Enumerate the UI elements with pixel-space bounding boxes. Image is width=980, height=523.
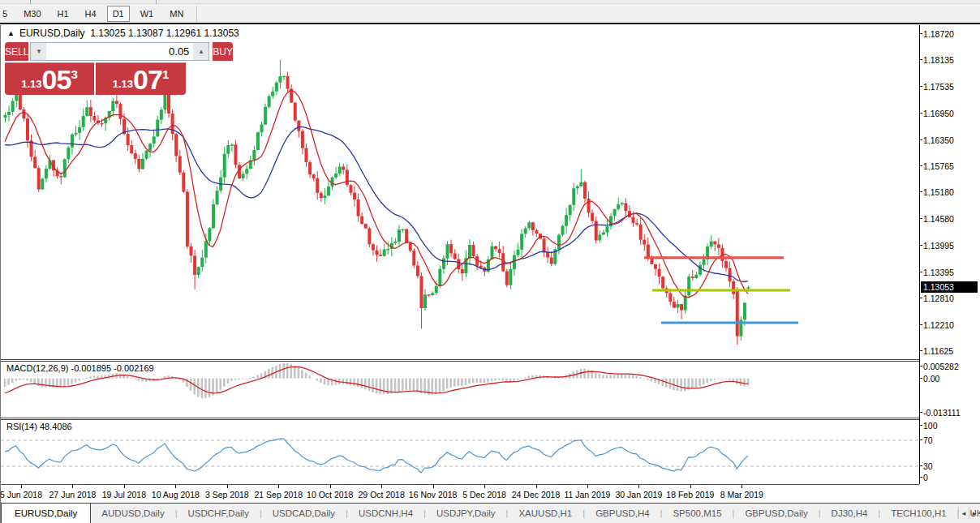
volume-stepper: ▼ ▲ xyxy=(30,42,209,61)
date-tick xyxy=(587,485,588,488)
buy-price-prefix: 1.13 xyxy=(113,78,133,90)
axis-tick xyxy=(919,425,922,426)
volume-increase-icon[interactable]: ▲ xyxy=(193,43,208,60)
date-axis[interactable]: 5 Jun 201827 Jun 201819 Jul 201810 Aug 2… xyxy=(1,484,919,503)
date-axis-label: 5 Dec 2018 xyxy=(462,490,506,499)
axis-tick xyxy=(919,59,922,60)
axis-tick xyxy=(919,113,922,114)
macd-label: MACD(12,26,9) -0.001895 -0.002169 xyxy=(6,363,154,373)
timeframe-button-h1[interactable]: H1 xyxy=(52,6,75,22)
chart-window: ▲ EURUSD,Daily 1.13025 1.13087 1.12961 1… xyxy=(0,25,980,523)
rsi-canvas[interactable] xyxy=(1,419,919,484)
date-tick xyxy=(330,485,331,488)
date-axis-label: 11 Jan 2019 xyxy=(564,490,610,499)
date-tick xyxy=(638,485,639,488)
axis-tick xyxy=(919,298,922,298)
one-click-trade-panel: SELL ▼ ▲ BUY 1.13 05 3 1.13 07 1 xyxy=(5,42,186,95)
symbol-tab-usdjpy-daily[interactable]: USDJPY,Daily xyxy=(426,504,506,523)
price-axis-label: 1.14580 xyxy=(923,214,954,224)
axis-tick xyxy=(919,465,922,466)
timeframe-button-mn[interactable]: MN xyxy=(164,6,189,22)
axis-tick xyxy=(919,33,922,34)
timeframe-button-5[interactable]: 5 xyxy=(0,6,13,22)
volume-input[interactable] xyxy=(46,43,193,60)
symbol-tab-sp500-m15[interactable]: SP500,M15 xyxy=(662,504,732,523)
date-axis-label: 19 Jul 2018 xyxy=(102,490,146,499)
sell-button[interactable]: SELL xyxy=(5,42,28,61)
timeframe-button-m30[interactable]: M30 xyxy=(18,6,46,22)
date-tick xyxy=(175,485,176,488)
price-axis-label: 1.13995 xyxy=(923,241,954,251)
date-axis-label: 29 Oct 2018 xyxy=(359,490,405,499)
rsi-axis-label: 30 xyxy=(923,461,933,471)
axis-tick xyxy=(919,378,922,379)
date-axis-label: 27 Jun 2018 xyxy=(49,490,97,499)
price-axis-label: 1.12810 xyxy=(923,294,954,303)
price-axis-label: 1.12210 xyxy=(923,320,954,330)
date-axis-label: 3 Sep 2018 xyxy=(205,490,249,499)
tab-scroll-buttons: ◂▸ xyxy=(958,504,979,523)
date-axis-label: 21 Sep 2018 xyxy=(254,490,303,499)
axis-tick xyxy=(919,477,922,478)
date-tick xyxy=(278,485,279,488)
symbol-tab-eurusd-daily[interactable]: EURUSD,Daily xyxy=(1,503,91,523)
toolbar-separator xyxy=(196,6,197,22)
date-axis-label: 8 Mar 2019 xyxy=(720,490,763,499)
axis-tick xyxy=(919,165,922,166)
timeframe-button-h4[interactable]: H4 xyxy=(80,6,102,22)
rsi-line xyxy=(5,439,748,473)
symbol-tab-gbpusd-daily[interactable]: GBPUSD,Daily xyxy=(734,504,818,523)
axis-tick xyxy=(919,86,922,87)
symbol-tab-usdchf-daily[interactable]: USDCHF,Daily xyxy=(178,504,260,523)
volume-decrease-icon[interactable]: ▼ xyxy=(31,43,46,60)
date-tick xyxy=(72,485,73,488)
buy-price-big: 07 xyxy=(133,66,162,93)
buy-button[interactable]: BUY xyxy=(213,42,233,61)
symbol-tab-tech100-h1[interactable]: TECH100,H1 xyxy=(880,504,956,523)
timeframe-button-w1[interactable]: W1 xyxy=(135,6,160,22)
symbol-tab-audusd-daily[interactable]: AUDUSD,Daily xyxy=(91,504,174,523)
axis-tick xyxy=(919,324,922,325)
date-tick xyxy=(690,485,691,488)
symbol-tab-usdcnh-h4[interactable]: USDCNH,H4 xyxy=(348,504,423,523)
timeframe-toolbar: 5M30H1H4D1W1MN xyxy=(0,0,980,24)
scroll-left-icon[interactable]: ◂ xyxy=(958,507,969,520)
axis-tick xyxy=(919,218,922,219)
sell-price-big: 05 xyxy=(42,66,71,93)
sell-price-tile[interactable]: 1.13 05 3 xyxy=(5,62,94,95)
symbol-tab-xauusd-h1[interactable]: XAUUSD,H1 xyxy=(508,504,582,523)
timeframe-button-d1[interactable]: D1 xyxy=(107,6,130,22)
candlestick-series xyxy=(4,60,750,345)
sell-price-pip: 3 xyxy=(71,67,77,81)
date-tick xyxy=(21,485,22,488)
axis-tick xyxy=(919,439,922,440)
date-axis-label: 10 Oct 2018 xyxy=(307,490,353,499)
macd-axis-label: 0.00 xyxy=(923,374,939,384)
price-axis-label: 1.15180 xyxy=(923,187,954,197)
axis-tick xyxy=(919,366,922,367)
date-tick xyxy=(484,485,485,488)
date-axis-label: 10 Aug 2018 xyxy=(152,490,200,499)
rsi-axis-label: 0 xyxy=(923,473,928,482)
rsi-axis-label: 100 xyxy=(923,421,938,431)
rsi-axis-label: 70 xyxy=(923,435,933,445)
date-axis-label: 16 Nov 2018 xyxy=(409,490,458,499)
macd-axis-label: 0.005282 xyxy=(923,362,959,371)
axis-tick xyxy=(919,350,922,351)
symbol-tab-usdcad-daily[interactable]: USDCAD,Daily xyxy=(262,504,346,523)
price-axis-label: 1.16350 xyxy=(923,135,954,145)
scroll-right-icon[interactable]: ▸ xyxy=(969,507,979,520)
price-axis-label: 1.18135 xyxy=(923,55,954,65)
price-axis-label: 1.15765 xyxy=(923,161,954,171)
date-tick xyxy=(124,485,125,488)
price-axis-label: 1.16950 xyxy=(923,109,954,118)
symbol-tab-dj30-h4[interactable]: DJ30,H4 xyxy=(821,504,879,523)
date-tick xyxy=(381,485,382,488)
axis-tick xyxy=(919,245,922,246)
moving-average-line xyxy=(5,90,748,297)
current-price-badge: 1.13053 xyxy=(921,281,978,293)
macd-axis-label: -0.013111 xyxy=(923,408,961,418)
symbol-tab-gbpusd-h4[interactable]: GBPUSD,H4 xyxy=(585,504,660,523)
buy-price-tile[interactable]: 1.13 07 1 xyxy=(96,62,186,95)
timeframe-buttons: 5M30H1H4D1W1MN xyxy=(0,4,197,23)
